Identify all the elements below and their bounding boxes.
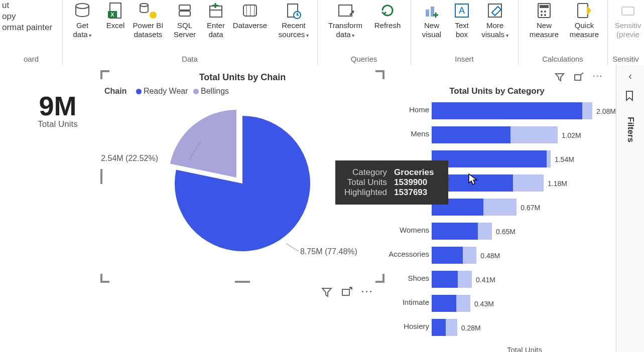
bar-highlighted[interactable] xyxy=(432,223,478,240)
excel-button[interactable]: X Excel xyxy=(99,0,132,30)
filter-icon[interactable] xyxy=(555,72,565,82)
legend-swatch xyxy=(136,89,142,94)
expand-pane-button[interactable]: ‹ xyxy=(616,70,644,82)
group-clipboard: oard xyxy=(0,55,62,63)
new-measure-button[interactable]: New measure xyxy=(525,0,563,39)
bar-highlighted[interactable] xyxy=(432,247,463,264)
group-queries: Queries xyxy=(317,55,411,63)
bar-highlighted[interactable] xyxy=(432,271,458,288)
ribbon: ut opy ormat painter oard Data Queries I… xyxy=(0,0,644,66)
bar-row[interactable]: Intimate0.43M xyxy=(387,293,607,313)
bar-highlighted[interactable] xyxy=(432,102,582,119)
group-sensitivity: Sensitiv xyxy=(607,55,644,63)
svg-point-4 xyxy=(140,4,148,7)
bar-chart-visual[interactable]: ··· Total Units by Category Home2.08MMen… xyxy=(387,70,607,351)
pbi-datasets-button[interactable]: Power BI datasets xyxy=(130,0,167,39)
more-options-icon[interactable]: ··· xyxy=(361,287,373,352)
resize-handle[interactable] xyxy=(235,281,250,283)
bar-value-label: 0.48M xyxy=(480,252,500,260)
group-calculations: Calculations xyxy=(518,55,607,63)
kpi-label: Total Units xyxy=(20,119,95,129)
svg-text:X: X xyxy=(110,12,114,18)
text-box-button[interactable]: A Text box xyxy=(446,0,478,39)
svg-rect-34 xyxy=(342,289,349,295)
filter-icon[interactable] xyxy=(321,287,332,352)
kpi-card[interactable]: 9M Total Units xyxy=(20,90,95,129)
x-axis-label: Total Units xyxy=(507,345,542,352)
filters-label[interactable]: Filters xyxy=(625,117,635,142)
dataverse-icon xyxy=(230,0,270,21)
text-box-icon: A xyxy=(446,0,478,21)
bar-category: Intimate xyxy=(403,298,429,306)
cursor-icon xyxy=(468,173,479,186)
pie-label-ready: 8.75M (77.48%) xyxy=(300,247,357,256)
refresh-icon xyxy=(371,0,404,21)
bar-value-label: 0.67M xyxy=(521,204,540,212)
new-visual-button[interactable]: New visual xyxy=(416,0,448,39)
bar-category: Hosiery xyxy=(404,322,429,330)
svg-rect-7 xyxy=(179,11,190,16)
bar-highlighted[interactable] xyxy=(432,150,547,167)
svg-rect-33 xyxy=(622,7,634,15)
resize-handle[interactable] xyxy=(375,274,384,283)
resize-handle[interactable] xyxy=(375,70,384,79)
filters-pane-collapsed: ‹ Filters xyxy=(616,65,644,352)
bar-category: Shoes xyxy=(408,274,429,282)
bar-value-label: 1.54M xyxy=(555,155,574,163)
bar-row[interactable]: Hosiery0.28M xyxy=(387,317,607,337)
bar-row[interactable]: Accessories0.48M xyxy=(387,245,607,265)
bar-value-label: 0.65M xyxy=(496,228,516,236)
sensitivity-button[interactable]: Sensitiv (previe xyxy=(612,0,643,39)
more-visuals-button[interactable]: More visuals ▾ xyxy=(476,0,514,40)
enter-data-button[interactable]: Enter data xyxy=(200,0,232,39)
tooltip: CategoryGroceries Total Units1539900 Hig… xyxy=(335,160,448,205)
excel-icon: X xyxy=(99,0,132,21)
report-canvas[interactable]: 9M Total Units ··· Total Units by Chain … xyxy=(0,65,616,352)
focus-mode-icon[interactable] xyxy=(574,72,584,82)
bar-highlighted[interactable] xyxy=(432,295,456,312)
database-icon xyxy=(66,0,98,21)
get-data-button[interactable]: Get data ▾ xyxy=(66,0,98,40)
bar-row[interactable]: Shoes0.41M xyxy=(387,269,607,289)
chart-title: Total Units by Chain xyxy=(100,72,384,83)
pbi-datasets-icon xyxy=(130,0,167,21)
more-options-icon[interactable]: ··· xyxy=(593,72,603,82)
dataverse-button[interactable]: Dataverse xyxy=(230,0,270,30)
resize-handle[interactable] xyxy=(100,169,102,184)
svg-point-31 xyxy=(544,14,546,16)
transform-icon xyxy=(324,0,366,21)
pie-slice-bellings[interactable] xyxy=(170,110,236,178)
refresh-button[interactable]: Refresh xyxy=(371,0,404,30)
resize-handle[interactable] xyxy=(100,274,109,283)
transform-data-button[interactable]: Transform data ▾ xyxy=(324,0,366,40)
focus-mode-icon[interactable] xyxy=(341,287,352,352)
more-visuals-icon xyxy=(476,0,514,21)
svg-point-5 xyxy=(150,12,157,19)
svg-line-36 xyxy=(286,244,299,251)
bar-highlighted[interactable] xyxy=(432,319,446,336)
bar-highlighted[interactable] xyxy=(432,126,510,143)
bar-row[interactable]: Home2.08M xyxy=(387,100,607,120)
pie-legend: Chain Ready Wear Bellings xyxy=(104,87,384,96)
bookmark-icon[interactable] xyxy=(624,90,636,102)
resize-handle[interactable] xyxy=(100,70,109,79)
sql-server-button[interactable]: SQL Server xyxy=(169,0,201,39)
svg-rect-19 xyxy=(426,10,429,17)
bar-value-label: 2.08M xyxy=(596,107,616,115)
bar-row[interactable]: Mens1.02M xyxy=(387,124,607,144)
bar-category: Mens xyxy=(411,129,429,138)
group-data: Data xyxy=(62,55,317,63)
svg-point-30 xyxy=(541,14,543,16)
kpi-value: 9M xyxy=(20,90,95,121)
svg-point-0 xyxy=(76,4,89,9)
recent-sources-button[interactable]: Recent sources ▾ xyxy=(274,0,313,40)
quick-measure-button[interactable]: Quick measure xyxy=(565,0,603,39)
bar-value-label: 0.43M xyxy=(474,300,494,308)
bar-value-label: 0.41M xyxy=(476,276,495,284)
recent-icon xyxy=(274,0,313,21)
bar-row[interactable]: Womens0.65M xyxy=(387,221,607,241)
bar-category: Home xyxy=(409,105,429,114)
svg-rect-37 xyxy=(575,75,581,80)
bar-value-label: 1.18M xyxy=(548,180,567,188)
enter-data-icon xyxy=(200,0,232,21)
